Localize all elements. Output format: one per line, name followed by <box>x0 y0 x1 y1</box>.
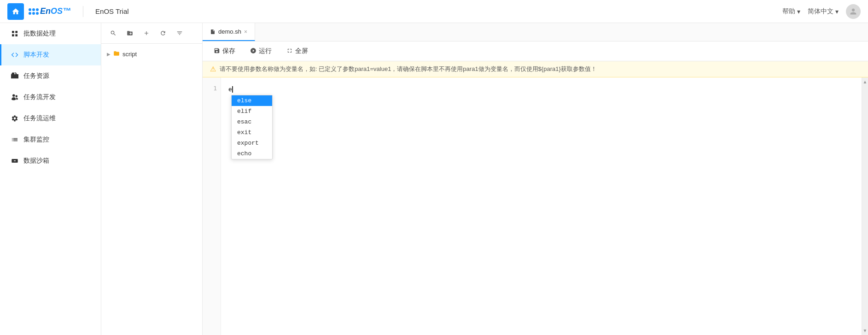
sandbox-icon <box>11 157 19 165</box>
logo: EnOS™ <box>29 6 71 16</box>
warning-text: 请不要使用参数名称做为变量名，如: 已定义了参数para1=value1，请确保… <box>220 65 597 73</box>
editor-area: demo.sh × 保存 运行 全屏 <box>203 23 868 335</box>
cluster-icon <box>11 135 19 144</box>
refresh-button[interactable] <box>157 27 169 40</box>
run-icon <box>250 47 256 55</box>
folder-icon <box>113 50 120 58</box>
fullscreen-button[interactable]: 全屏 <box>283 45 312 57</box>
logo-dots <box>29 8 39 15</box>
tab-bar: demo.sh × <box>203 23 868 41</box>
avatar[interactable] <box>846 4 861 19</box>
line-numbers: 1 <box>203 77 221 335</box>
sidebar-item-workflow-ops[interactable]: 任务流运维 <box>0 108 101 129</box>
main-layout: 批数据处理 脚本开发 任务资源 任务流开发 任务流运维 <box>0 23 868 335</box>
sidebar-item-script[interactable]: 脚本开发 <box>0 44 101 65</box>
workflow-dev-icon <box>11 93 19 101</box>
warning-bar: ⚠ 请不要使用参数名称做为变量名，如: 已定义了参数para1=value1，请… <box>203 61 868 77</box>
tab-close-button[interactable]: × <box>244 29 247 35</box>
save-icon <box>214 47 220 55</box>
line-number-1: 1 <box>213 85 217 92</box>
autocomplete-dropdown: else elif esac exit export echo <box>231 95 273 159</box>
sidebar-item-cluster-monitor[interactable]: 集群监控 <box>0 129 101 150</box>
chevron-down-icon: ▾ <box>797 8 800 15</box>
add-button[interactable] <box>140 27 153 40</box>
tree-item-label: script <box>122 51 137 58</box>
scroll-down-icon[interactable]: ▼ <box>862 327 868 334</box>
sidebar-item-label: 任务资源 <box>23 72 49 80</box>
language-button[interactable]: 简体中文 ▾ <box>808 7 839 16</box>
logo-area: EnOS™ EnOS Trial <box>7 3 129 20</box>
autocomplete-item-export[interactable]: export <box>232 138 272 148</box>
new-folder-button[interactable] <box>123 27 136 40</box>
run-button[interactable]: 运行 <box>246 45 275 57</box>
grid-icon <box>11 29 19 38</box>
code-icon <box>11 51 19 59</box>
code-editor[interactable]: 1 e else elif esac exit export echo ▲ <box>203 77 868 335</box>
run-label: 运行 <box>259 47 272 55</box>
fullscreen-icon <box>286 47 293 55</box>
file-panel: ▶ script <box>101 23 203 335</box>
chevron-down-icon: ▾ <box>835 8 839 15</box>
left-nav: 批数据处理 脚本开发 任务资源 任务流开发 任务流运维 <box>0 23 101 335</box>
sidebar-item-label: 批数据处理 <box>23 29 56 38</box>
autocomplete-item-else[interactable]: else <box>232 95 272 106</box>
right-scroll-panel: ▲ ▼ <box>862 77 868 335</box>
autocomplete-item-elif[interactable]: elif <box>232 106 272 117</box>
code-text: e <box>228 86 232 93</box>
file-tree: ▶ script <box>101 44 202 335</box>
home-button[interactable] <box>7 3 24 20</box>
sidebar-item-workflow-dev[interactable]: 任务流开发 <box>0 87 101 108</box>
logo-dot <box>36 12 39 15</box>
autocomplete-item-esac[interactable]: esac <box>232 117 272 127</box>
sidebar-item-label: 数据沙箱 <box>23 157 49 165</box>
editor-toolbar: 保存 运行 全屏 <box>203 41 868 61</box>
fullscreen-label: 全屏 <box>295 47 308 55</box>
code-content[interactable]: e else elif esac exit export echo <box>221 77 862 335</box>
search-button[interactable] <box>107 27 120 40</box>
logo-dot <box>32 8 35 11</box>
save-button[interactable]: 保存 <box>210 45 239 57</box>
logo-dot <box>29 12 31 15</box>
header-divider <box>83 6 83 17</box>
sidebar-item-task-resource[interactable]: 任务资源 <box>0 65 101 87</box>
sidebar-item-batch[interactable]: 批数据处理 <box>0 23 101 44</box>
cursor <box>232 86 233 93</box>
sidebar-item-label: 集群监控 <box>23 135 49 144</box>
logo-dot <box>36 8 39 11</box>
code-line-1: e <box>228 85 854 94</box>
scroll-up-icon[interactable]: ▲ <box>862 78 868 85</box>
app-title: EnOS Trial <box>95 7 129 15</box>
sidebar-item-label: 任务流运维 <box>23 114 56 123</box>
task-resource-icon <box>11 72 19 80</box>
file-toolbar <box>101 23 202 44</box>
tab-label: demo.sh <box>218 28 241 35</box>
workflow-ops-icon <box>11 114 19 123</box>
header-right: 帮助 ▾ 简体中文 ▾ <box>782 4 861 19</box>
tab-demo-sh[interactable]: demo.sh × <box>203 23 255 41</box>
sidebar-item-label: 任务流开发 <box>23 93 56 101</box>
tree-arrow-icon: ▶ <box>107 52 111 57</box>
sidebar-item-data-sandbox[interactable]: 数据沙箱 <box>0 150 101 171</box>
logo-dot <box>32 12 35 15</box>
autocomplete-item-echo[interactable]: echo <box>232 148 272 159</box>
tree-item-script[interactable]: ▶ script <box>101 47 202 61</box>
autocomplete-item-exit[interactable]: exit <box>232 127 272 138</box>
logo-dot <box>29 8 31 11</box>
warning-icon: ⚠ <box>210 65 216 73</box>
filter-button[interactable] <box>173 27 186 40</box>
help-button[interactable]: 帮助 ▾ <box>782 7 800 16</box>
file-icon <box>210 29 216 35</box>
top-header: EnOS™ EnOS Trial 帮助 ▾ 简体中文 ▾ <box>0 0 868 23</box>
save-label: 保存 <box>222 47 235 55</box>
logo-text: EnOS™ <box>40 6 71 16</box>
sidebar-item-label: 脚本开发 <box>23 51 49 59</box>
